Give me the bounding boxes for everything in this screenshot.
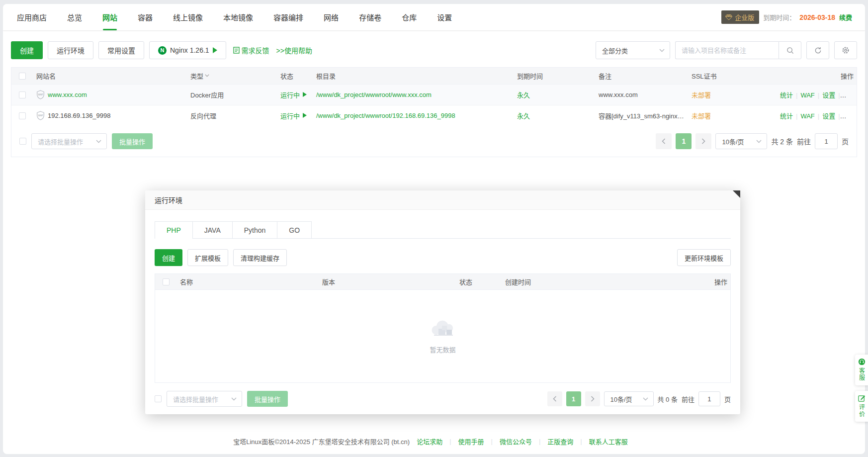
close-fold-icon[interactable] [733, 190, 740, 198]
nav-item-app-store[interactable]: 应用商店 [16, 4, 48, 30]
select-all-checkbox[interactable] [19, 73, 26, 80]
col-version: 版本 [319, 274, 456, 289]
nav-item-network[interactable]: 网络 [323, 4, 340, 30]
next-page-button[interactable] [585, 391, 600, 406]
next-page-button[interactable] [695, 133, 711, 149]
common-settings-button[interactable]: 常用设置 [98, 41, 144, 59]
prev-page-button[interactable] [656, 133, 672, 149]
footer-link-forum[interactable]: 论坛求助 [417, 437, 442, 446]
footer-link-genuine[interactable]: 正版查询 [547, 437, 573, 446]
batch-select-all-checkbox[interactable] [19, 138, 26, 145]
col-ssl: SSL证书 [689, 68, 777, 84]
play-icon [303, 92, 307, 97]
runtime-env-button[interactable]: 运行环境 [48, 41, 93, 59]
renew-link[interactable]: 续费 [839, 12, 852, 22]
row-checkbox[interactable] [19, 112, 26, 119]
table-settings-button[interactable] [834, 41, 857, 59]
per-page-select[interactable]: 10条/页 [715, 133, 767, 149]
waf-shield-icon[interactable]: WAF [36, 90, 45, 99]
tab-java[interactable]: JAVA [192, 221, 233, 238]
current-page[interactable]: 1 [676, 133, 692, 149]
env-select-all-checkbox[interactable] [163, 278, 170, 285]
sites-table: 网站名 类型 状态 根目录 到期时间 备注 SSL证书 操作 WAF www.x… [11, 67, 857, 126]
batch-apply-button[interactable]: 批量操作 [112, 133, 153, 149]
site-expire[interactable]: 永久 [517, 91, 530, 99]
modal-batch-apply-button[interactable]: 批量操作 [247, 391, 288, 407]
site-root-link[interactable]: /www/dk_project/wwwroot/192.168.69.136_9… [316, 112, 455, 119]
divider: | [796, 91, 797, 99]
nav-item-settings[interactable]: 设置 [436, 4, 453, 30]
page-footer: 宝塔Linux面板©2014-2025 广东堡塔安全技术有限公司 (bt.cn)… [3, 437, 865, 446]
divider: | [796, 112, 797, 120]
svg-text:WAF: WAF [38, 114, 43, 117]
modal-batch-select[interactable]: 请选择批量操作 [167, 391, 242, 407]
env-create-button[interactable]: 创建 [155, 249, 182, 266]
site-remark[interactable]: www.xxx.com [596, 84, 689, 105]
nav-item-online-image[interactable]: 线上镜像 [172, 4, 204, 30]
waf-shield-icon[interactable]: WAF [36, 111, 45, 120]
col-status: 状态 [277, 68, 313, 84]
divider: | [818, 91, 819, 99]
webserver-button[interactable]: N Nginx 1.26.1 [149, 41, 226, 59]
tab-php[interactable]: PHP [155, 221, 193, 238]
footer-link-manual[interactable]: 使用手册 [458, 437, 484, 446]
footer-link-wechat[interactable]: 微信公众号 [500, 437, 532, 446]
site-status[interactable]: 运行中 [280, 111, 307, 120]
nav-item-container[interactable]: 容器 [137, 4, 154, 30]
goto-page-input[interactable] [698, 391, 720, 406]
enterprise-badge[interactable]: 企业版 [721, 10, 759, 24]
search-input[interactable] [675, 41, 779, 59]
nav-item-compose[interactable]: 容器编排 [272, 4, 304, 30]
clean-cache-button[interactable]: 清理构建缓存 [233, 249, 287, 266]
tab-python[interactable]: Python [232, 221, 278, 238]
settings-link[interactable]: 设置 [822, 91, 835, 99]
copyright: 宝塔Linux面板©2014-2025 广东堡塔安全技术有限公司 (bt.cn) [233, 437, 410, 446]
search-icon [786, 47, 794, 54]
help-link[interactable]: >>使用帮助 [276, 45, 312, 55]
nav-item-volume[interactable]: 存储卷 [358, 4, 382, 30]
settings-link[interactable]: 设置 [822, 112, 835, 120]
ssl-status[interactable]: 未部署 [692, 112, 711, 120]
feedback-label: 需求反馈 [242, 45, 269, 55]
waf-link[interactable]: WAF [800, 91, 814, 99]
nav-item-overview[interactable]: 总览 [66, 4, 83, 30]
refresh-button[interactable] [806, 41, 829, 59]
nav-menu: 应用商店 总览 网站 容器 线上镜像 本地镜像 容器编排 网络 存储卷 仓库 设… [16, 4, 471, 30]
search-button[interactable] [779, 41, 801, 59]
row-checkbox[interactable] [19, 91, 26, 98]
env-header-row: 名称 版本 状态 创建时间 操作 [155, 274, 730, 289]
site-expire[interactable]: 永久 [517, 112, 530, 120]
review-widget[interactable]: 评价 [855, 391, 868, 422]
modal-per-page-select[interactable]: 10条/页 [604, 391, 654, 406]
current-page[interactable]: 1 [566, 391, 581, 406]
batch-action-select[interactable]: 请选择批量操作 [31, 133, 107, 149]
site-name-link[interactable]: 192.168.69.136_9998 [48, 112, 111, 119]
goto-page-input[interactable] [815, 133, 838, 149]
site-remark[interactable]: 容器[dify_v113_sm63-nginx-1]自 [596, 105, 689, 126]
modal-batch-checkbox[interactable] [155, 395, 162, 402]
category-select[interactable]: 全部分类 [596, 41, 670, 59]
extend-template-button[interactable]: 扩展模板 [187, 249, 228, 266]
modal-batch-bar: 请选择批量操作 批量操作 1 10条/页 共 0 条 前往 页 [155, 383, 731, 407]
stats-link[interactable]: 统计 [780, 112, 793, 120]
site-status[interactable]: 运行中 [280, 90, 307, 99]
ssl-status[interactable]: 未部署 [692, 91, 711, 99]
stats-link[interactable]: 统计 [780, 91, 793, 99]
col-type[interactable]: 类型 [187, 68, 277, 84]
update-template-button[interactable]: 更新环境模板 [677, 249, 731, 266]
site-name-link[interactable]: www.xxx.com [48, 91, 87, 98]
footer-link-support[interactable]: 联系人工客服 [589, 437, 628, 446]
prev-page-button[interactable] [547, 391, 562, 406]
nav-item-local-image[interactable]: 本地镜像 [222, 4, 254, 30]
create-site-button[interactable]: 创建 [11, 41, 43, 59]
feedback-link[interactable]: 需求反馈 [233, 45, 269, 55]
customer-service-widget[interactable]: 客服 [855, 355, 868, 385]
search-group [675, 41, 801, 59]
nav-item-repository[interactable]: 仓库 [401, 4, 418, 30]
tab-go[interactable]: GO [277, 221, 312, 238]
waf-link[interactable]: WAF [800, 112, 814, 120]
site-root-link[interactable]: /www/dk_project/wwwroot/www.xxx.com [316, 91, 432, 98]
nav-item-website[interactable]: 网站 [101, 4, 118, 30]
chevron-right-icon [701, 138, 705, 144]
site-type: 反向代理 [187, 105, 277, 126]
